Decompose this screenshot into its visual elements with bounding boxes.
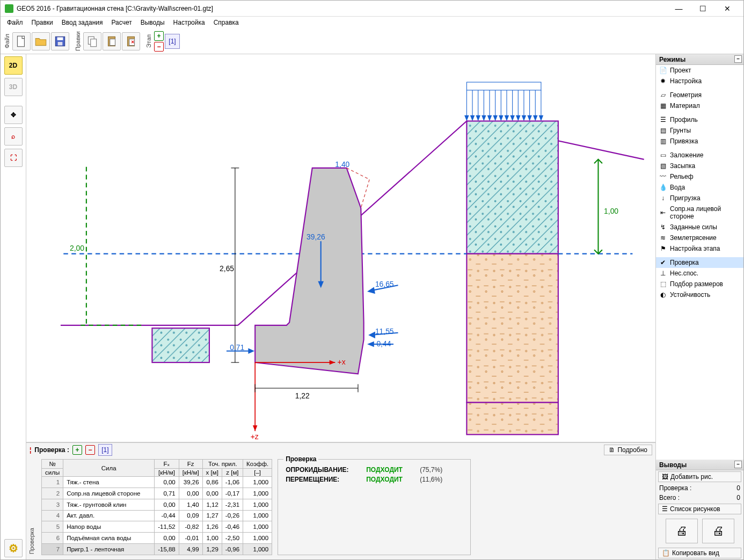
menu-input[interactable]: Ввод задания xyxy=(57,18,107,27)
stage-number[interactable]: [1] xyxy=(165,34,180,49)
mode-item-7[interactable]: ▭Заложение xyxy=(656,150,743,161)
view-2d-button[interactable]: 2D xyxy=(4,56,23,75)
mode-icon: ↓ xyxy=(659,194,667,202)
mode-item-16[interactable]: ✔Проверка xyxy=(656,257,743,268)
mode-item-17[interactable]: ⊥Нес.спос. xyxy=(656,268,743,279)
mode-label: Сопр.на лицевой стороне xyxy=(670,205,740,220)
svg-rect-50 xyxy=(152,328,209,362)
mode-label: Засыпка xyxy=(670,162,695,170)
menu-file[interactable]: Файл xyxy=(3,18,27,27)
svg-marker-56 xyxy=(255,168,363,374)
table-row[interactable]: 2Сопр.на лицевой стороне0,710,000,00-0,1… xyxy=(42,488,272,499)
svg-rect-10 xyxy=(466,82,541,90)
print-chart-button[interactable]: 🖨 xyxy=(666,519,698,543)
view-3d-button[interactable]: 3D xyxy=(4,78,23,96)
menu-outputs[interactable]: Выводы xyxy=(136,18,169,27)
mode-icon: ⇤ xyxy=(659,209,667,216)
bottom-stage-num[interactable]: [1] xyxy=(98,444,112,456)
forces-table[interactable]: № Сила Fₓ Fz Точ. прил. Коэфф. силы [кН/… xyxy=(41,459,272,555)
mode-item-19[interactable]: ◐Устойчивость xyxy=(656,289,743,300)
detail-button[interactable]: 🗎Подробно xyxy=(604,445,652,455)
mode-icon: ⬚ xyxy=(659,280,667,288)
table-row[interactable]: 1Тяж.- стена0,0039,260,86-1,061,000 xyxy=(42,477,272,488)
drawing-canvas[interactable]: 2,00 1,00 2,65 1,22 0,71 1,40 39,26 16,6… xyxy=(26,54,655,442)
mode-label: Подбор размеров xyxy=(670,280,723,288)
mode-icon: ☰ xyxy=(659,116,667,123)
settings-gear-button[interactable]: ⚙ xyxy=(4,539,23,557)
mode-item-0[interactable]: 📄Проект xyxy=(656,65,743,76)
mode-item-6[interactable]: ▥Привязка xyxy=(656,136,743,147)
save-file-button[interactable] xyxy=(51,32,69,50)
move-icon: ✥ xyxy=(11,111,16,119)
minimize-button[interactable]: — xyxy=(667,1,691,16)
mode-item-18[interactable]: ⬚Подбор размеров xyxy=(656,279,743,289)
svg-marker-38 xyxy=(539,115,544,121)
mode-item-2[interactable]: ▱Геометрия xyxy=(656,90,743,100)
mode-label: Настройка xyxy=(670,77,702,85)
outputs-collapse[interactable]: – xyxy=(734,461,742,468)
close-button[interactable]: ✕ xyxy=(715,1,739,16)
mode-item-3[interactable]: ▦Материал xyxy=(656,100,743,111)
mode-item-15[interactable]: ⚑Настройка этапа xyxy=(656,243,743,254)
menu-help[interactable]: Справка xyxy=(209,18,243,27)
menu-edit[interactable]: Правки xyxy=(27,18,57,27)
add-picture-icon: 🖼 xyxy=(662,473,668,481)
pan-button[interactable]: ✥ xyxy=(4,106,23,124)
mode-item-8[interactable]: ▧Засыпка xyxy=(656,161,743,171)
bottom-stage-del[interactable]: − xyxy=(85,445,95,455)
outputs-header: Выводы – xyxy=(656,460,743,470)
check-results: Проверка ОПРОКИДЫВАНИЕ: ПОДХОДИТ (75,7%)… xyxy=(278,459,471,555)
mode-item-10[interactable]: 💧Вода xyxy=(656,182,743,193)
dim-2-65: 2,65 xyxy=(220,264,234,273)
mode-item-13[interactable]: ↯Заданные силы xyxy=(656,222,743,232)
mode-item-4[interactable]: ☰Профиль xyxy=(656,114,743,125)
paste-special-button[interactable] xyxy=(122,32,140,50)
copy-button[interactable] xyxy=(83,32,101,50)
mode-label: Грунты xyxy=(670,127,691,134)
menu-settings[interactable]: Настройка xyxy=(169,18,209,27)
app-icon xyxy=(5,4,13,13)
mode-icon: 💧 xyxy=(659,184,667,191)
modes-list[interactable]: 📄Проект✸Настройка▱Геометрия▦Материал☰Про… xyxy=(656,65,743,460)
table-row[interactable]: 6Подъёмная сила воды0,00-0,011,00-2,501,… xyxy=(42,533,272,544)
mode-item-11[interactable]: ↓Пригрузка xyxy=(656,193,743,203)
right-panel: Режимы – 📄Проект✸Настройка▱Геометрия▦Мат… xyxy=(655,54,743,559)
mode-item-5[interactable]: ▤Грунты xyxy=(656,125,743,136)
mode-icon: 📄 xyxy=(659,67,667,74)
svg-marker-76 xyxy=(248,348,254,354)
fit-button[interactable]: ⛶ xyxy=(4,149,23,167)
table-row[interactable]: 4Акт. давл.-0,440,091,27-0,261,000 xyxy=(42,510,272,521)
zoom-button[interactable]: ⌕ xyxy=(4,127,23,146)
menubar: Файл Правки Ввод задания Расчет Выводы Н… xyxy=(1,17,743,28)
picture-list-button[interactable]: ☰Список рисунков xyxy=(658,504,741,514)
printer-color-icon: 🖨 xyxy=(712,524,724,538)
mode-icon: 〰 xyxy=(659,173,667,180)
table-row[interactable]: 7Пригр.1 - ленточная-15,884,991,29-0,961… xyxy=(42,544,272,555)
maximize-button[interactable]: ☐ xyxy=(691,1,715,16)
copy-view-button[interactable]: 📋Копировать вид xyxy=(658,548,741,558)
gear-icon: ⚙ xyxy=(9,542,18,555)
file-new-icon xyxy=(14,34,28,48)
svg-marker-60 xyxy=(253,425,258,431)
table-row[interactable]: 3Тяж.- грунтовой клин0,001,401,12-2,311,… xyxy=(42,499,272,510)
bottom-stage-add[interactable]: + xyxy=(72,445,82,455)
new-file-button[interactable] xyxy=(12,32,31,50)
svg-rect-5 xyxy=(91,39,97,46)
stage-remove-button[interactable]: − xyxy=(154,42,164,52)
menu-calc[interactable]: Расчет xyxy=(107,18,136,27)
lbl-1-40: 1,40 xyxy=(335,160,349,169)
mode-item-14[interactable]: ≋Землетрясение xyxy=(656,232,743,243)
print-report-button[interactable]: 🖨 xyxy=(702,519,734,543)
stage-add-button[interactable]: + xyxy=(154,31,164,41)
paste-button[interactable] xyxy=(103,32,121,50)
mode-item-9[interactable]: 〰Рельеф xyxy=(656,171,743,182)
open-file-button[interactable] xyxy=(32,32,50,50)
axis-x: +x xyxy=(338,358,346,366)
mode-item-1[interactable]: ✸Настройка xyxy=(656,76,743,86)
table-row[interactable]: 5Напор воды-11,52-0,821,26-0,461,000 xyxy=(42,521,272,533)
window-title: GEO5 2016 - Гравитационная стена [C:\Gra… xyxy=(17,5,667,12)
dim-1-00: 1,00 xyxy=(604,207,618,215)
add-picture-button[interactable]: 🖼Добавить рис. xyxy=(658,471,741,482)
modes-collapse[interactable]: – xyxy=(734,55,742,63)
mode-item-12[interactable]: ⇤Сопр.на лицевой стороне xyxy=(656,203,743,222)
